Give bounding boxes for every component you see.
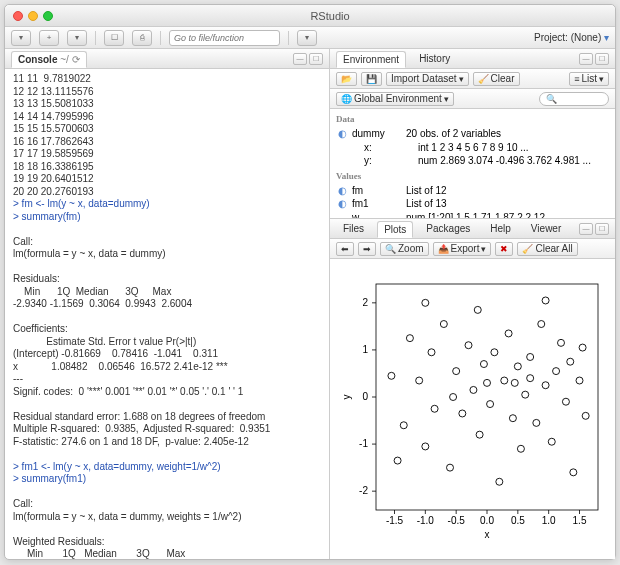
scatter-plot: -1.5-1.0-0.50.00.51.01.5-2-1012xy — [338, 274, 608, 544]
env-toolbar: 📂 💾 Import Dataset ▾ 🧹 Clear ≡ List ▾ — [330, 69, 615, 89]
print-button[interactable]: ⎙ — [132, 30, 152, 46]
svg-text:-1: -1 — [359, 438, 368, 449]
svg-point-37 — [458, 410, 465, 417]
svg-point-68 — [483, 379, 490, 386]
addins-button[interactable]: ▾ — [297, 30, 317, 46]
svg-text:-1.5: -1.5 — [385, 515, 403, 526]
expand-icon[interactable]: ◐ — [338, 127, 348, 141]
minimize-icon[interactable] — [28, 11, 38, 21]
close-icon[interactable] — [13, 11, 23, 21]
console-output[interactable]: 11 11 9.7819022 12 12 13.1115576 13 13 1… — [5, 69, 329, 559]
save-workspace-button[interactable]: 💾 — [361, 72, 382, 86]
svg-point-49 — [517, 445, 524, 452]
svg-point-28 — [400, 422, 407, 429]
plot-maximize-button[interactable]: ☐ — [595, 223, 609, 235]
env-section-title: Data — [336, 113, 609, 125]
svg-point-42 — [486, 401, 493, 408]
plot-prev-button[interactable]: ⬅ — [336, 242, 354, 256]
plot-remove-button[interactable]: ✖ — [495, 242, 513, 256]
console-pane-header: Console ~/ ⟳ — ☐ — [5, 49, 329, 69]
tab-plots[interactable]: Plots — [377, 221, 413, 238]
expand-icon[interactable]: ◐ — [338, 184, 348, 198]
project-menu[interactable]: Project: (None) ▾ — [534, 32, 609, 43]
import-dataset-button[interactable]: Import Dataset ▾ — [386, 72, 469, 86]
env-row[interactable]: ◐dummy20 obs. of 2 variables — [336, 127, 609, 141]
svg-point-45 — [500, 377, 507, 384]
view-mode-button[interactable]: ≡ List ▾ — [569, 72, 609, 86]
svg-text:1.0: 1.0 — [541, 515, 555, 526]
svg-text:0: 0 — [362, 391, 368, 402]
svg-point-61 — [576, 377, 583, 384]
tab-files[interactable]: Files — [336, 220, 371, 237]
plot-next-button[interactable]: ➡ — [358, 242, 376, 256]
svg-point-29 — [406, 335, 413, 342]
svg-point-57 — [557, 339, 564, 346]
env-row[interactable]: x:int 1 2 3 4 5 6 7 8 9 10 ... — [336, 141, 609, 155]
env-row[interactable]: wnum [1:20] 1.5 1.71 1.87 2 2.12 ... — [336, 211, 609, 218]
svg-point-30 — [415, 377, 422, 384]
titlebar: RStudio — [5, 5, 615, 27]
svg-rect-0 — [376, 284, 598, 510]
env-section-title: Values — [336, 170, 609, 182]
svg-point-64 — [394, 457, 401, 464]
svg-point-50 — [521, 391, 528, 398]
svg-point-33 — [431, 405, 438, 412]
svg-point-32 — [428, 349, 435, 356]
plot-minimize-button[interactable]: — — [579, 223, 593, 235]
env-row[interactable]: y:num 2.869 3.074 -0.496 3.762 4.981 ... — [336, 154, 609, 168]
clear-env-button[interactable]: 🧹 Clear — [473, 72, 520, 86]
goto-input[interactable] — [169, 30, 280, 46]
env-row[interactable]: ◐fm1List of 13 — [336, 197, 609, 211]
svg-point-58 — [562, 398, 569, 405]
tab-console[interactable]: Console ~/ ⟳ — [11, 51, 87, 68]
svg-point-70 — [511, 379, 518, 386]
plot-zoom-button[interactable]: 🔍 Zoom — [380, 242, 429, 256]
plot-export-button[interactable]: 📤 Export ▾ — [433, 242, 492, 256]
tab-packages[interactable]: Packages — [419, 220, 477, 237]
env-minimize-button[interactable]: — — [579, 53, 593, 65]
svg-point-62 — [579, 344, 586, 351]
svg-point-53 — [537, 321, 544, 328]
svg-point-60 — [569, 469, 576, 476]
svg-point-66 — [542, 297, 549, 304]
svg-point-54 — [542, 382, 549, 389]
svg-point-27 — [387, 372, 394, 379]
tab-history[interactable]: History — [412, 50, 457, 67]
plot-area: -1.5-1.0-0.50.00.51.01.5-2-1012xy — [330, 259, 615, 559]
new-project-button[interactable]: + — [39, 30, 59, 46]
svg-point-71 — [526, 375, 533, 382]
expand-icon — [350, 154, 360, 168]
svg-point-56 — [552, 368, 559, 375]
env-maximize-button[interactable]: ☐ — [595, 53, 609, 65]
svg-text:-0.5: -0.5 — [447, 515, 465, 526]
expand-icon[interactable]: ◐ — [338, 197, 348, 211]
new-file-button[interactable]: ▾ — [11, 30, 31, 46]
zoom-icon[interactable] — [43, 11, 53, 21]
svg-point-48 — [514, 363, 521, 370]
svg-text:x: x — [484, 529, 489, 540]
svg-text:0.5: 0.5 — [510, 515, 524, 526]
environment-list: Data◐dummy20 obs. of 2 variablesx:int 1 … — [330, 109, 615, 218]
main-toolbar: ▾ + ▾ ☐ ⎙ ▾ Project: (None) ▾ — [5, 27, 615, 49]
save-button[interactable]: ☐ — [104, 30, 124, 46]
svg-point-41 — [480, 361, 487, 368]
load-workspace-button[interactable]: 📂 — [336, 72, 357, 86]
svg-point-35 — [446, 464, 453, 471]
tab-environment[interactable]: Environment — [336, 51, 406, 68]
tab-viewer[interactable]: Viewer — [524, 220, 568, 237]
console-minimize-button[interactable]: — — [293, 53, 307, 65]
env-row[interactable]: ◐fmList of 12 — [336, 184, 609, 198]
plot-clear-button[interactable]: 🧹 Clear All — [517, 242, 577, 256]
svg-point-39 — [469, 386, 476, 393]
svg-point-31 — [421, 443, 428, 450]
env-search-input[interactable] — [539, 92, 609, 106]
svg-point-46 — [505, 330, 512, 337]
svg-point-52 — [532, 419, 539, 426]
svg-point-63 — [582, 412, 589, 419]
svg-point-65 — [474, 306, 481, 313]
tab-help[interactable]: Help — [483, 220, 518, 237]
console-maximize-button[interactable]: ☐ — [309, 53, 323, 65]
env-scope-button[interactable]: 🌐 Global Environment ▾ — [336, 92, 454, 106]
svg-point-69 — [449, 394, 456, 401]
open-file-button[interactable]: ▾ — [67, 30, 87, 46]
